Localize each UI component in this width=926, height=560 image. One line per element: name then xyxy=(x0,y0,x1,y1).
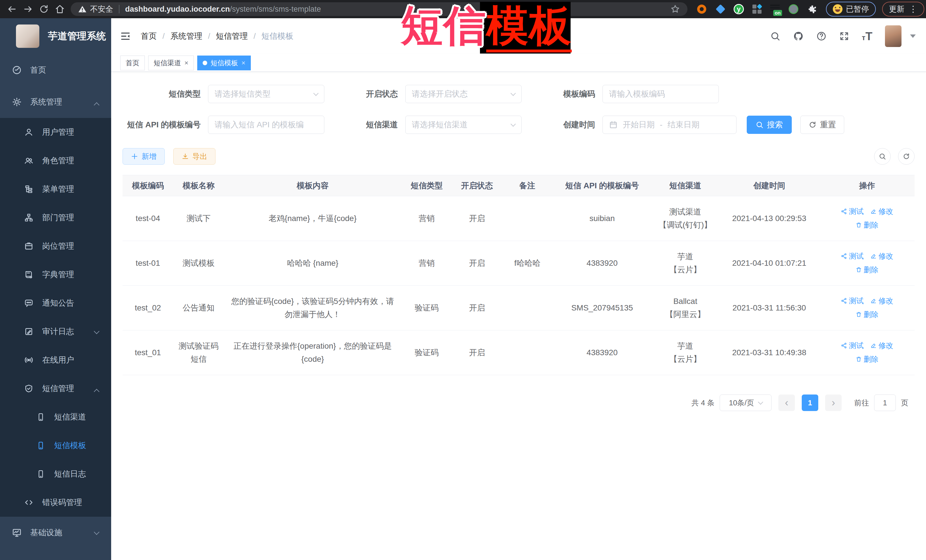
delete-link[interactable]: 删除 xyxy=(856,353,878,366)
tab-sms-channel[interactable]: 短信渠道 × xyxy=(148,56,194,70)
test-link[interactable]: 测试 xyxy=(841,339,864,352)
help-icon[interactable] xyxy=(816,31,826,41)
breadcrumb-separator: / xyxy=(254,32,256,41)
on-badge: on xyxy=(773,10,782,16)
status-select[interactable]: 请选择开启状态 xyxy=(405,85,522,103)
delete-link[interactable]: 删除 xyxy=(856,263,878,276)
warning-icon xyxy=(78,5,87,14)
tab-home[interactable]: 首页 xyxy=(120,56,145,70)
bookmark-star-icon[interactable] xyxy=(670,4,680,14)
app-logo-row[interactable]: 芋道管理系统 xyxy=(0,18,111,54)
github-icon[interactable] xyxy=(793,31,804,42)
address-bar[interactable]: 不安全 dashboard.yudao.iocoder.cn/system/sm… xyxy=(71,2,687,16)
grid-extension-icon[interactable] xyxy=(751,3,763,15)
blue-gem-extension-icon[interactable] xyxy=(715,3,726,15)
close-icon[interactable]: × xyxy=(241,59,245,67)
sidebar-item-audit-log[interactable]: 审计日志 xyxy=(0,317,111,346)
font-size-icon[interactable]: тT xyxy=(862,30,872,43)
sidebar-item-error-codes[interactable]: 错误码管理 xyxy=(0,488,111,517)
code-icon xyxy=(24,498,33,507)
orange-ring-extension-icon[interactable] xyxy=(696,3,707,15)
refresh-button[interactable] xyxy=(898,148,915,165)
shield-check-icon xyxy=(24,384,33,393)
delete-link[interactable]: 删除 xyxy=(856,219,878,232)
table-header-row: 模板编码 模板名称 模板内容 短信类型 开启状态 备注 短信 API 的模板编号… xyxy=(123,175,915,196)
chevron-down-icon xyxy=(510,121,516,127)
menu-tree-icon xyxy=(24,184,33,194)
breadcrumb-separator: / xyxy=(162,32,165,41)
dashboard-icon xyxy=(12,65,22,75)
sidebar-item-system[interactable]: 系统管理 xyxy=(0,86,111,118)
extensions-puzzle-icon[interactable] xyxy=(806,3,818,15)
sidebar-item-users[interactable]: 用户管理 xyxy=(0,118,111,146)
update-button[interactable]: 更新 ⋮ xyxy=(882,2,924,17)
add-button[interactable]: 新增 xyxy=(123,148,165,165)
breadcrumb-home[interactable]: 首页 xyxy=(141,31,157,42)
template-code-input[interactable]: 请输入模板编码 xyxy=(602,85,719,103)
reload-icon[interactable] xyxy=(36,1,52,17)
sidebar-item-roles[interactable]: 角色管理 xyxy=(0,146,111,175)
monkey-extension-icon[interactable] xyxy=(788,3,799,15)
avatar[interactable] xyxy=(885,25,902,47)
profile-paused-pill[interactable]: 已暂停 xyxy=(826,2,876,17)
export-button[interactable]: 导出 xyxy=(173,148,215,165)
fullscreen-icon[interactable] xyxy=(839,31,849,41)
chevron-up-icon xyxy=(94,389,100,394)
sidebar-item-notices[interactable]: 通知公告 xyxy=(0,289,111,317)
sidebar-item-sms-channel[interactable]: 短信渠道 xyxy=(0,403,111,431)
date-range-picker[interactable]: 开始日期 - 结束日期 xyxy=(602,116,737,134)
test-link[interactable]: 测试 xyxy=(841,249,864,263)
sidebar-item-menus[interactable]: 菜单管理 xyxy=(0,175,111,203)
url-text[interactable]: dashboard.yudao.iocoder.cn/system/sms/sm… xyxy=(125,5,321,14)
toggle-search-button[interactable] xyxy=(874,148,891,165)
col-created: 创建时间 xyxy=(719,175,820,196)
sidebar-item-departments[interactable]: 部门管理 xyxy=(0,203,111,232)
test-link[interactable]: 测试 xyxy=(841,205,864,218)
api-template-input[interactable]: 请输入短信 API 的模板编 xyxy=(208,116,324,134)
chevron-down-icon xyxy=(510,91,516,96)
sms-channel-select[interactable]: 请选择短信渠道 xyxy=(405,116,522,134)
sidebar-item-sms[interactable]: 短信管理 xyxy=(0,374,111,403)
breadcrumb-system[interactable]: 系统管理 xyxy=(171,31,202,42)
page-size-select[interactable]: 10条/页 xyxy=(720,394,772,411)
test-link[interactable]: 测试 xyxy=(841,294,864,307)
browser-menu-icon[interactable]: ⋮ xyxy=(909,5,917,14)
home-icon[interactable] xyxy=(52,1,68,17)
list-on-extension-icon[interactable]: on xyxy=(770,4,780,14)
monitor-icon xyxy=(12,528,22,537)
close-icon[interactable]: × xyxy=(185,59,188,67)
tab-sms-template[interactable]: 短信模板 × xyxy=(197,56,251,70)
edit-link[interactable]: 修改 xyxy=(870,294,893,307)
next-page-button[interactable]: › xyxy=(825,394,842,411)
forward-icon[interactable] xyxy=(20,1,36,17)
sidebar-item-posts[interactable]: 岗位管理 xyxy=(0,232,111,260)
annotation-text: 短信模板 xyxy=(401,5,572,47)
app-title: 芋道管理系统 xyxy=(48,30,106,43)
collapse-sidebar-icon[interactable] xyxy=(120,30,131,42)
security-label[interactable]: 不安全 xyxy=(90,4,113,14)
delete-link[interactable]: 删除 xyxy=(856,308,878,321)
goto-page-input[interactable]: 1 xyxy=(874,394,896,411)
col-name: 模板名称 xyxy=(173,175,224,196)
sidebar-item-sms-template[interactable]: 短信模板 xyxy=(0,431,111,460)
sidebar-item-dicts[interactable]: 字典管理 xyxy=(0,260,111,289)
sidebar-item-online-users[interactable]: 在线用户 xyxy=(0,346,111,374)
search-button[interactable]: 搜索 xyxy=(747,116,792,134)
sidebar-item-home[interactable]: 首页 xyxy=(0,54,111,86)
sms-type-select[interactable]: 请选择短信类型 xyxy=(208,85,324,103)
y-extension-icon[interactable]: y xyxy=(734,4,744,14)
breadcrumb-sms[interactable]: 短信管理 xyxy=(216,31,248,42)
current-page-button[interactable]: 1 xyxy=(802,394,818,411)
table-toolbar: 新增 导出 xyxy=(123,148,915,165)
sidebar-item-sms-log[interactable]: 短信日志 xyxy=(0,460,111,488)
back-icon[interactable] xyxy=(4,1,20,17)
edit-link[interactable]: 修改 xyxy=(870,249,893,263)
chevron-down-icon xyxy=(313,91,318,96)
sidebar-item-infrastructure[interactable]: 基础设施 xyxy=(0,517,111,549)
edit-link[interactable]: 修改 xyxy=(870,205,893,218)
avatar-caret-icon[interactable] xyxy=(910,35,916,38)
prev-page-button[interactable]: ‹ xyxy=(778,394,795,411)
search-icon[interactable] xyxy=(770,31,780,41)
edit-link[interactable]: 修改 xyxy=(870,339,893,352)
reset-button[interactable]: 重置 xyxy=(800,116,844,134)
